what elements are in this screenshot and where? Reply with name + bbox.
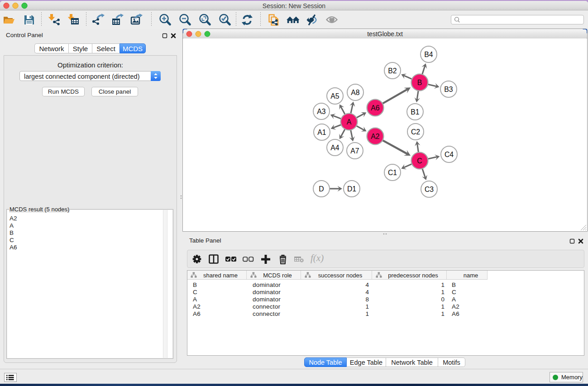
svg-text:A3: A3	[317, 108, 326, 115]
svg-text:B: B	[417, 79, 422, 86]
svg-text:D1: D1	[347, 185, 356, 193]
svg-text:C1: C1	[388, 169, 397, 176]
svg-text:B3: B3	[444, 86, 453, 93]
svg-text:C3: C3	[425, 186, 434, 193]
svg-text:A4: A4	[330, 144, 339, 152]
svg-text:C2: C2	[411, 128, 420, 136]
svg-text:A7: A7	[350, 147, 359, 155]
svg-text:B2: B2	[388, 67, 397, 75]
svg-text:A8: A8	[351, 89, 360, 96]
svg-text:A1: A1	[317, 129, 326, 136]
svg-text:C: C	[417, 157, 422, 165]
svg-text:A5: A5	[330, 92, 339, 100]
svg-text:A6: A6	[371, 104, 380, 112]
svg-text:D: D	[319, 185, 324, 193]
svg-text:B4: B4	[424, 51, 433, 58]
svg-text:A2: A2	[371, 133, 379, 140]
svg-text:B1: B1	[411, 108, 420, 116]
svg-text:C4: C4	[445, 151, 454, 158]
svg-text:A: A	[347, 118, 352, 126]
